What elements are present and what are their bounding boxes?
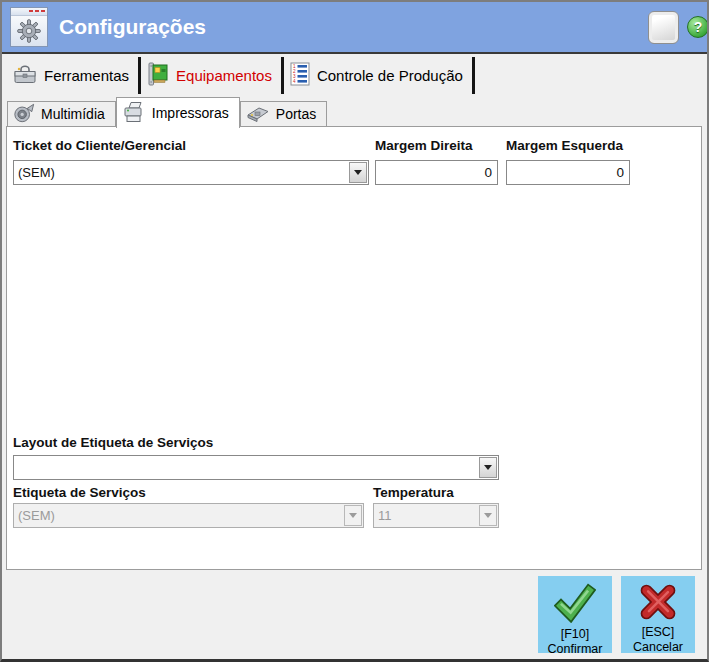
margem-direita-label: Margem Direita xyxy=(375,138,473,153)
impressoras-panel: Ticket do Cliente/Gerencial (SEM) Margem… xyxy=(6,126,702,570)
margem-esquerda-input[interactable] xyxy=(506,160,630,185)
etiqueta-servicos-label: Etiqueta de Serviços xyxy=(13,485,146,500)
red-x-icon xyxy=(638,583,678,621)
ticket-cliente-label: Ticket do Cliente/Gerencial xyxy=(13,138,186,153)
sub-tab-bar: Multimídia Impressoras xyxy=(7,97,327,127)
margem-esquerda-label: Margem Esquerda xyxy=(506,138,623,153)
subtab-label-portas: Portas xyxy=(276,106,316,122)
chevron-down-icon[interactable] xyxy=(349,162,367,183)
subtab-impressoras[interactable]: Impressoras xyxy=(116,97,240,128)
ticket-cliente-value: (SEM) xyxy=(14,165,348,180)
etiqueta-servicos-dropdown: (SEM) xyxy=(13,503,364,528)
svg-text:4: 4 xyxy=(293,79,296,84)
green-checkmark-icon xyxy=(554,583,596,623)
subtab-label-impressoras: Impressoras xyxy=(152,105,229,121)
window-title: Configurações xyxy=(59,2,206,52)
layout-etiqueta-dropdown[interactable] xyxy=(13,455,499,480)
margem-direita-input[interactable] xyxy=(375,160,498,185)
toolbox-icon xyxy=(13,63,37,88)
mini-window-buttons xyxy=(29,10,45,12)
confirm-shortcut: [F10] xyxy=(561,627,590,642)
subtab-portas[interactable]: Portas xyxy=(240,101,327,126)
equipment-card-icon xyxy=(147,61,169,90)
temperatura-value: 11 xyxy=(374,508,478,523)
mini-window-titlebar xyxy=(11,8,47,16)
numbered-list-icon: 1 2 3 4 xyxy=(290,62,310,89)
help-question-glyph: ? xyxy=(694,19,703,35)
port-connector-icon xyxy=(246,102,270,127)
tab-equipamentos[interactable]: Equipamentos xyxy=(141,57,284,94)
temperatura-dropdown: 11 xyxy=(373,503,499,528)
confirm-button[interactable]: [F10] Confirmar xyxy=(538,576,612,653)
main-tab-bar: Ferramentas Equipamentos 1 xyxy=(7,57,475,94)
ticket-cliente-dropdown[interactable]: (SEM) xyxy=(13,160,369,185)
chevron-down-icon xyxy=(479,505,497,526)
tab-controle-producao[interactable]: 1 2 3 4 Controle de Produção xyxy=(284,57,475,94)
cancel-button[interactable]: [ESC] Cancelar xyxy=(621,576,695,653)
tab-label-controle-producao: Controle de Produção xyxy=(317,67,463,84)
chevron-down-icon xyxy=(344,505,362,526)
keyboard-key-button[interactable] xyxy=(648,11,679,44)
app-window-icon xyxy=(10,7,48,47)
speaker-icon xyxy=(13,102,35,127)
help-button[interactable]: ? xyxy=(687,16,709,38)
subtab-multimidia[interactable]: Multimídia xyxy=(7,101,116,126)
titlebar: Configurações ? xyxy=(2,2,707,54)
chevron-down-icon[interactable] xyxy=(479,457,497,478)
subtab-label-multimidia: Multimídia xyxy=(41,106,105,122)
temperatura-label: Temperatura xyxy=(373,485,454,500)
tab-ferramentas[interactable]: Ferramentas xyxy=(7,57,141,94)
cancel-shortcut: [ESC] xyxy=(642,625,675,640)
etiqueta-servicos-value: (SEM) xyxy=(14,508,343,523)
gear-icon xyxy=(11,16,47,46)
layout-etiqueta-label: Layout de Etiqueta de Serviços xyxy=(13,435,213,450)
printer-icon xyxy=(122,100,146,127)
tab-label-equipamentos: Equipamentos xyxy=(176,67,272,84)
tab-label-ferramentas: Ferramentas xyxy=(44,67,129,84)
configuracoes-window: Configurações ? Ferramentas xyxy=(0,0,709,662)
confirm-label: Confirmar xyxy=(548,642,603,657)
cancel-label: Cancelar xyxy=(633,640,683,655)
